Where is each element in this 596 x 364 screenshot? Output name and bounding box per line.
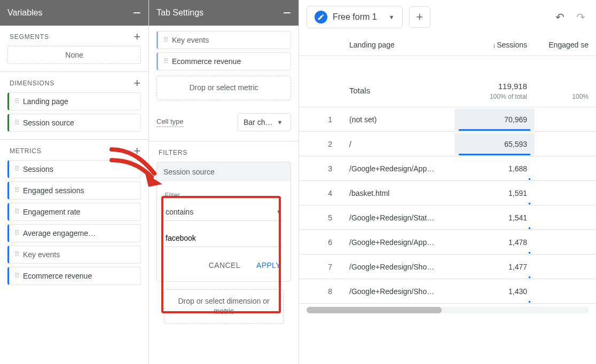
filter-expression-input[interactable] — [164, 231, 283, 247]
cancel-button[interactable]: CANCEL — [207, 258, 242, 273]
table-row[interactable]: 6 /Google+Redesign/App… 1,478 — [299, 230, 596, 255]
row-dimension: /Google+Redesign/App… — [342, 158, 454, 179]
row-index: 4 — [299, 189, 342, 197]
tab-settings-title: Tab Settings — [156, 8, 203, 18]
tab-bar: Free form 1 ▼ + ↶ ↷ — [299, 0, 596, 34]
tab-settings-panel: Tab Settings − ⠿Key events⠿Ecommerce rev… — [149, 0, 299, 364]
dimension-chip[interactable]: ⠿Session source — [7, 114, 141, 132]
row-engaged — [535, 236, 596, 249]
grip-icon: ⠿ — [14, 209, 19, 215]
table-row[interactable]: 7 /Google+Redesign/Sho… 1,477 — [299, 255, 596, 279]
row-value: 1,591 — [454, 183, 535, 204]
row-engaged — [535, 113, 596, 126]
row-dimension: /Google+Redesign/Sho… — [342, 281, 454, 302]
filters-label: FILTERS — [159, 149, 187, 156]
values-metric-chip[interactable]: ⠿Key events — [156, 31, 291, 49]
grip-icon: ⠿ — [14, 99, 19, 104]
redo-icon[interactable]: ↷ — [576, 11, 585, 23]
edit-icon — [315, 11, 327, 23]
row-dimension: /Google+Redesign/App… — [342, 232, 454, 253]
row-dimension: /Google+Redesign/Sho… — [342, 256, 454, 278]
column-dimension[interactable]: Landing page — [342, 34, 454, 56]
row-engaged — [535, 285, 596, 298]
main-canvas: Free form 1 ▼ + ↶ ↷ Landing page ↓Sessio… — [299, 0, 596, 364]
metric-chip[interactable]: ⠿Key events — [7, 246, 141, 264]
horizontal-scrollbar[interactable] — [307, 307, 589, 313]
data-table: Landing page ↓Sessions Engaged se Totals… — [299, 34, 596, 313]
grip-icon: ⠿ — [163, 37, 168, 43]
cell-type-label: Cell type — [156, 117, 184, 127]
row-value: 1,478 — [454, 232, 535, 253]
row-value: 1,477 — [454, 256, 535, 278]
row-dimension: (not set) — [342, 109, 454, 130]
minimize-icon[interactable]: − — [283, 6, 291, 20]
segments-label: SEGMENTS — [10, 33, 49, 41]
add-tab-button[interactable]: + — [409, 6, 430, 28]
chevron-down-icon: ▼ — [276, 209, 282, 215]
grip-icon: ⠿ — [14, 231, 19, 236]
grip-icon: ⠿ — [14, 273, 19, 279]
metrics-label: METRICS — [10, 147, 42, 155]
cell-type-select[interactable]: Bar ch… ▼ — [238, 113, 291, 131]
grip-icon: ⠿ — [163, 59, 168, 64]
apply-button[interactable]: APPLY — [254, 258, 283, 273]
totals-engaged-percent: 100% — [572, 93, 589, 100]
table-row[interactable]: 3 /Google+Redesign/App… 1,688 — [299, 156, 596, 181]
column-engaged[interactable]: Engaged se — [535, 34, 596, 56]
cell-type-row: Cell type Bar ch… ▼ — [149, 106, 299, 131]
chip-label: Engaged sessions — [23, 186, 84, 195]
undo-icon[interactable]: ↶ — [555, 11, 564, 23]
metric-chip[interactable]: ⠿Average engageme… — [7, 224, 141, 242]
chip-label: Ecommerce revenue — [172, 57, 241, 66]
segments-none[interactable]: None — [7, 46, 141, 64]
add-segment-icon[interactable]: + — [134, 30, 141, 44]
metric-chip[interactable]: ⠿Ecommerce revenue — [7, 267, 141, 285]
grip-icon: ⠿ — [14, 252, 19, 257]
table-row[interactable]: 8 /Google+Redesign/Sho… 1,430 — [299, 279, 596, 304]
grip-icon: ⠿ — [14, 167, 19, 172]
dimensions-section: DIMENSIONS + — [0, 72, 148, 92]
row-engaged — [535, 187, 596, 200]
table-row[interactable]: 2 / 65,593 — [299, 132, 596, 156]
chip-label: Key events — [23, 250, 60, 259]
tab-free-form[interactable]: Free form 1 ▼ — [307, 6, 403, 28]
drop-metric-zone[interactable]: Drop or select metric — [156, 76, 291, 100]
row-engaged — [535, 260, 596, 273]
totals-percent: 100% of total — [490, 93, 527, 100]
row-index: 8 — [299, 287, 342, 296]
row-index: 3 — [299, 164, 342, 173]
metric-chip[interactable]: ⠿Sessions — [7, 160, 141, 178]
table-row[interactable]: 1 (not set) 70,969 — [299, 107, 596, 132]
row-dimension: /Google+Redesign/Stat… — [342, 207, 454, 228]
add-metric-icon[interactable]: + — [134, 144, 141, 158]
row-index: 2 — [299, 140, 342, 148]
chevron-down-icon: ▼ — [277, 119, 283, 125]
row-value: 1,688 — [454, 158, 535, 179]
row-dimension: /basket.html — [342, 183, 454, 204]
add-dimension-icon[interactable]: + — [134, 76, 141, 90]
values-metric-chip[interactable]: ⠿Ecommerce revenue — [156, 52, 291, 70]
filter-condition-select[interactable]: contains ▼ — [164, 204, 283, 221]
column-sessions[interactable]: ↓Sessions — [454, 34, 535, 56]
row-index: 6 — [299, 238, 342, 247]
chevron-down-icon: ▼ — [389, 14, 395, 20]
dimension-chip[interactable]: ⠿Landing page — [7, 92, 141, 110]
filter-field-header[interactable]: Session source — [157, 162, 291, 181]
drop-filter-zone[interactable]: Drop or select dimension or metric — [164, 289, 284, 324]
row-index: 5 — [299, 213, 342, 222]
cell-type-value: Bar ch… — [244, 118, 272, 126]
metric-chip[interactable]: ⠿Engaged sessions — [7, 181, 141, 200]
filter-label: Filter — [164, 191, 283, 199]
totals-label: Totals — [342, 80, 454, 107]
grip-icon: ⠿ — [14, 120, 19, 125]
row-value: 70,969 — [454, 109, 535, 130]
minimize-icon[interactable]: − — [133, 6, 141, 20]
scrollbar-thumb[interactable] — [307, 307, 442, 313]
filter-condition-value: contains — [166, 208, 193, 216]
table-row[interactable]: 4 /basket.html 1,591 — [299, 181, 596, 205]
row-index: 1 — [299, 115, 342, 124]
table-row[interactable]: 5 /Google+Redesign/Stat… 1,541 — [299, 205, 596, 230]
metric-chip[interactable]: ⠿Engagement rate — [7, 203, 141, 221]
row-value: 1,430 — [454, 281, 535, 302]
variables-panel: Variables − SEGMENTS + None DIMENSIONS +… — [0, 0, 149, 364]
